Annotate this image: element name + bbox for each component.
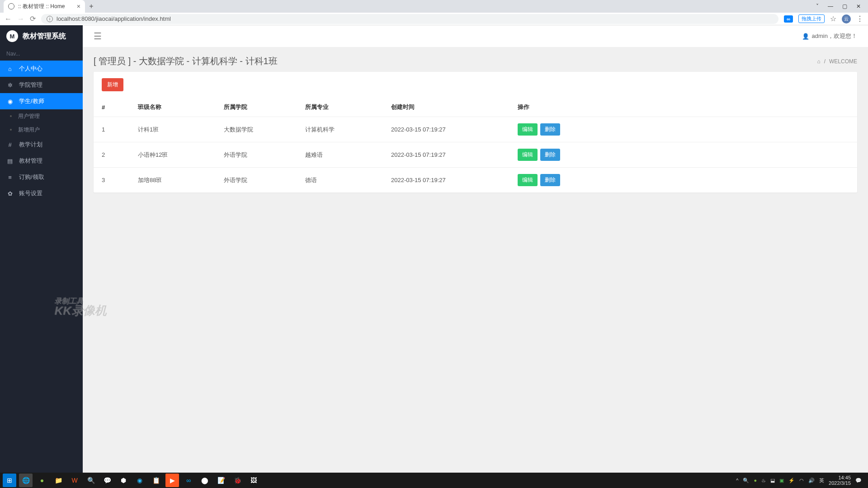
sidebar-item-plan[interactable]: # 教学计划 (0, 136, 83, 153)
back-icon[interactable]: ← (5, 15, 12, 23)
close-icon[interactable]: × (77, 3, 80, 10)
task-app-icon[interactable]: 📋 (149, 474, 163, 487)
edit-button[interactable]: 编辑 (518, 123, 538, 136)
table-row: 2小语种12班外语学院越难语2022-03-15 07:19:27编辑删除 (94, 142, 857, 168)
task-app-icon[interactable]: ● (35, 474, 49, 487)
cell-class-name: 加培88班 (130, 168, 216, 193)
topbar: ☰ 👤 admin，欢迎您！ (83, 25, 868, 47)
th-created: 创建时间 (383, 98, 509, 117)
task-app-icon[interactable]: 🐞 (231, 474, 244, 487)
cell-index: 2 (94, 142, 130, 168)
tray-search-icon[interactable]: 🔍 (743, 478, 749, 483)
topbar-user[interactable]: 👤 admin，欢迎您！ (802, 32, 857, 40)
sidebar-item-label: 账号设置 (19, 189, 42, 197)
sidebar-item-label: 订购/领取 (19, 173, 44, 181)
delete-button[interactable]: 删除 (540, 123, 560, 136)
th-class-name: 班级名称 (130, 98, 216, 117)
tray-app-icon[interactable]: ▣ (779, 478, 784, 483)
tray-app-icon[interactable]: ♨ (761, 478, 766, 483)
hamburger-icon[interactable]: ☰ (94, 31, 102, 42)
forward-icon[interactable]: → (17, 15, 24, 23)
globe-icon (8, 3, 14, 9)
sidebar-item-label: 教学计划 (19, 141, 42, 149)
card-toolbar: 新增 (94, 72, 857, 98)
sidebar-item-college[interactable]: ✲ 学院管理 (0, 77, 83, 93)
sidebar-subitem-add-user[interactable]: 新增用户 (0, 123, 83, 136)
tray-app-icon[interactable]: ⚡ (788, 478, 795, 483)
browser-tab[interactable]: :: 教材管理 :: Home × (4, 0, 85, 13)
sidebar-item-students[interactable]: ◉ 学生/教师 (0, 93, 83, 109)
book-icon: ▤ (6, 158, 14, 164)
new-tab-button[interactable]: + (85, 0, 98, 13)
star-icon[interactable]: ☆ (830, 14, 836, 23)
task-app-icon[interactable]: W (68, 474, 81, 487)
menu-icon[interactable]: ⋮ (856, 14, 863, 23)
tray-clock[interactable]: 14:45 2022/3/15 (829, 475, 851, 486)
tray-wifi-icon[interactable]: ◠ (799, 478, 804, 483)
task-app-icon[interactable]: ▶ (165, 474, 179, 487)
task-wechat-icon[interactable]: 💬 (100, 474, 114, 487)
sidebar-subitem-user-mgmt[interactable]: 用户管理 (0, 109, 83, 123)
class-table: # 班级名称 所属学院 所属专业 创建时间 操作 1计科1班大数据学院计算机科学… (94, 98, 857, 192)
main-area: ☰ 👤 admin，欢迎您！ [ 管理员 ] - 大数据学院 - 计算机科学 -… (83, 25, 868, 473)
url-box[interactable]: i localhost:8080/jiaocai/application/ind… (41, 14, 778, 24)
address-bar: ← → ⟳ i localhost:8080/jiaocai/applicati… (0, 13, 868, 25)
tray-ime[interactable]: 英 (819, 477, 824, 484)
table-row: 3加培88班外语学院德语2022-03-15 07:19:27编辑删除 (94, 168, 857, 193)
url-text: localhost:8080/jiaocai/application/index… (57, 15, 171, 22)
home-icon[interactable]: ⌂ (817, 58, 820, 65)
sidebar-header: M 教材管理系统 (0, 25, 83, 47)
chevron-down-icon[interactable]: ˅ (816, 3, 819, 9)
cloud-upload-badge[interactable]: 拖拽上传 (798, 14, 825, 23)
sidebar-item-label: 用户管理 (18, 113, 40, 120)
tray-wechat-icon[interactable]: ● (754, 478, 757, 483)
task-search-icon[interactable]: 🔍 (84, 474, 98, 487)
breadcrumb-sep: / (824, 58, 826, 65)
delete-button[interactable]: 删除 (540, 149, 560, 161)
th-index: # (94, 98, 130, 117)
sidebar-item-home[interactable]: ⌂ 个人中心 (0, 61, 83, 77)
sidebar-item-material[interactable]: ▤ 教材管理 (0, 153, 83, 169)
loader-icon: ✲ (6, 82, 14, 89)
close-window-icon[interactable]: ✕ (856, 3, 861, 9)
table-row: 1计科1班大数据学院计算机科学2022-03-15 07:19:27编辑删除 (94, 117, 857, 142)
cell-major: 德语 (297, 168, 383, 193)
browser-tab-bar: :: 教材管理 :: Home × + ˅ ― ▢ ✕ (0, 0, 868, 13)
sidebar-item-order[interactable]: ≡ 订购/领取 (0, 169, 83, 185)
task-explorer-icon[interactable]: 📁 (52, 474, 65, 487)
tray-app-icon[interactable]: ⬓ (770, 478, 775, 483)
profile-avatar[interactable]: 云 (842, 14, 851, 23)
maximize-icon[interactable]: ▢ (842, 3, 847, 9)
cell-actions: 编辑删除 (509, 168, 857, 193)
browser-chrome: :: 教材管理 :: Home × + ˅ ― ▢ ✕ ← → ⟳ i loca… (0, 0, 868, 25)
tray-volume-icon[interactable]: 🔊 (808, 478, 815, 483)
cell-actions: 编辑删除 (509, 117, 857, 142)
task-app-icon[interactable]: ∞ (182, 474, 195, 487)
cell-major: 越难语 (297, 142, 383, 168)
reload-icon[interactable]: ⟳ (30, 14, 36, 23)
info-icon[interactable]: i (47, 16, 53, 22)
breadcrumb-current: WELCOME (829, 58, 857, 65)
cell-college: 外语学院 (216, 142, 297, 168)
list-icon: ≡ (6, 174, 14, 181)
sidebar-item-account[interactable]: ✿ 账号设置 (0, 185, 83, 202)
logo-icon: M (6, 30, 18, 42)
task-chrome-icon[interactable]: 🌐 (19, 474, 33, 487)
sidebar: M 教材管理系统 Nav... ⌂ 个人中心 ✲ 学院管理 ◉ 学生/教师 用户… (0, 25, 83, 473)
delete-button[interactable]: 删除 (540, 174, 560, 186)
task-app-icon[interactable]: ⬢ (117, 474, 130, 487)
tray-chevron-icon[interactable]: ^ (736, 478, 738, 483)
cell-created: 2022-03-15 07:19:27 (383, 142, 509, 168)
cloud-icon[interactable]: ∞ (784, 15, 793, 23)
task-app-icon[interactable]: 📝 (214, 474, 228, 487)
task-app-icon[interactable]: ◉ (133, 474, 146, 487)
start-icon[interactable]: ⊞ (3, 474, 16, 487)
edit-button[interactable]: 编辑 (518, 174, 538, 186)
tray-notification-icon[interactable]: 💬 (855, 478, 862, 483)
add-button[interactable]: 新增 (102, 78, 123, 91)
edit-button[interactable]: 编辑 (518, 149, 538, 161)
cell-college: 大数据学院 (216, 117, 297, 142)
task-app-icon[interactable]: ⬤ (198, 474, 212, 487)
task-app-icon[interactable]: 🖼 (247, 474, 260, 487)
minimize-icon[interactable]: ― (828, 3, 833, 9)
